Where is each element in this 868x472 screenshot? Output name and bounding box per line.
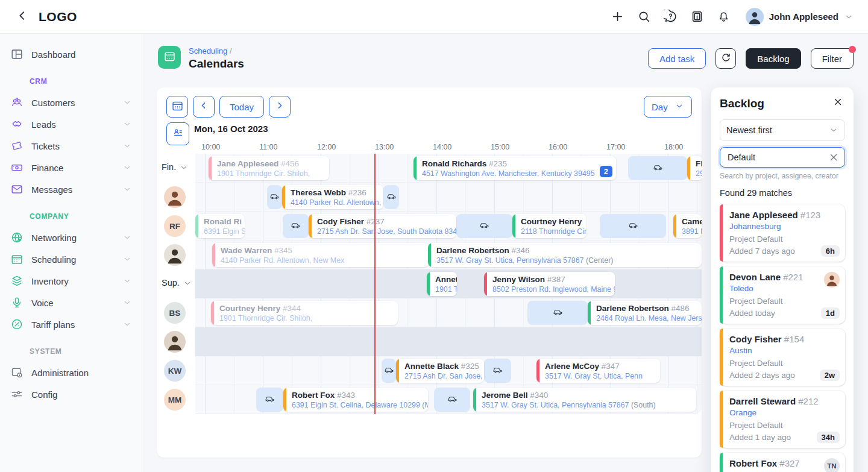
car-icon (447, 393, 458, 407)
guide-icon[interactable] (690, 10, 704, 24)
sidebar-item-customers[interactable]: Customers (0, 92, 142, 113)
calendar-event[interactable]: Flo29 (687, 156, 702, 180)
calendar-event[interactable]: Came3891 R (673, 214, 702, 238)
travel-block[interactable] (382, 359, 396, 383)
backlog-card[interactable]: Jane Appleseed #123JohannesburgProject D… (720, 204, 845, 262)
sidebar-item-networking[interactable]: Networking (0, 227, 142, 248)
chevron-left-icon (198, 100, 209, 113)
calendar-event[interactable]: Theresa Webb #2364140 Parker Rd. Allento… (282, 185, 383, 209)
travel-block[interactable] (527, 301, 588, 325)
resource-avatar-bs[interactable]: BS (164, 302, 186, 324)
backlog-card[interactable]: Cody Fisher #154AustinProject DefaultAdd… (720, 329, 845, 386)
calendar-event[interactable]: Annette Black #3252715 Ash Dr. San Jose,… (396, 359, 484, 383)
resource-avatar[interactable] (164, 244, 186, 266)
car-icon (552, 306, 564, 320)
breadcrumb-separator: / (230, 46, 232, 55)
resource-avatar[interactable] (164, 186, 186, 208)
resource-avatar-mm[interactable]: MM (164, 389, 186, 411)
calendar-event[interactable]: Ronald Ri6391 Elgin S (195, 214, 245, 238)
backlog-sort-select[interactable]: Newest first (720, 119, 845, 141)
calendar-event[interactable]: Jenny Wilson #3878502 Preston Rd. Inglew… (484, 272, 615, 296)
chevron-down-icon (179, 163, 187, 171)
calendar-event[interactable]: Ronald Richards #2354517 Washington Ave.… (414, 156, 616, 180)
chevron-down-icon (829, 125, 838, 135)
card-city-link[interactable]: Orange (729, 407, 839, 418)
travel-block[interactable] (628, 156, 687, 180)
resource-column: Fin.RFSup.BSKWMM (157, 154, 195, 414)
plus-icon[interactable] (611, 10, 624, 24)
resource-avatar[interactable] (164, 331, 186, 353)
resource-queue-button[interactable] (166, 122, 189, 145)
sidebar-item-dashboard[interactable]: Dashboard (0, 43, 142, 65)
calendar-event[interactable]: Wade Warren #3454140 Parker Rd. Allentow… (212, 243, 429, 267)
refresh-button[interactable] (715, 48, 736, 69)
backlog-close-button[interactable] (831, 96, 845, 110)
calendar-event[interactable]: Jerome Bell #3403517 W. Gray St. Utica, … (473, 388, 696, 412)
sidebar-item-tariff-plans[interactable]: Tariff plans (0, 313, 142, 335)
travel-block[interactable] (256, 388, 283, 412)
backlog-toggle-button[interactable]: Backlog (746, 48, 800, 69)
resource-avatar-rf[interactable]: RF (164, 215, 186, 237)
back-button[interactable] (14, 9, 30, 25)
bell-icon[interactable] (717, 10, 731, 24)
sidebar-item-messages[interactable]: Messages (0, 178, 142, 200)
event-address: 4140 Parker Rd. Allentown, N (291, 198, 379, 207)
sidebar-item-leads[interactable]: Leads (0, 113, 142, 135)
filter-button[interactable]: Filter (811, 48, 854, 69)
sidebar-item-tickets[interactable]: Tickets (0, 135, 142, 157)
travel-block[interactable] (484, 359, 511, 383)
search-icon[interactable] (637, 10, 651, 24)
travel-block[interactable] (600, 214, 666, 238)
event-status-bar (414, 156, 417, 180)
calendar-event[interactable]: Darlene Robertson #4862464 Royal Ln. Mes… (588, 301, 702, 325)
calendar-event[interactable]: Courtney Henry2118 Thornridge Cir. (512, 214, 587, 238)
calendar-event[interactable]: Jane Appleseed #4561901 Thornridge Cir. … (209, 156, 329, 180)
sidebar-item-inventory[interactable]: Inventory (0, 270, 142, 292)
prev-day-button[interactable] (193, 96, 215, 118)
card-city-link[interactable]: Toledo (729, 283, 839, 294)
chevron-down-icon (122, 184, 132, 194)
backlog-card[interactable]: Darrell Steward #212OrangeProject Defaul… (720, 391, 845, 448)
backlog-card[interactable]: Robert Fox #327Pembroke PinesProject Def… (720, 453, 845, 472)
today-button[interactable]: Today (219, 96, 264, 118)
calendar-event[interactable]: Darlene Robertson #3463517 W. Gray St. U… (428, 243, 702, 267)
travel-block[interactable] (456, 214, 512, 238)
card-city-link[interactable]: Johannesburg (729, 221, 839, 231)
add-task-button[interactable]: Add task (648, 48, 706, 69)
event-title: Ronald Ri (204, 216, 240, 227)
sidebar-item-scheduling[interactable]: Scheduling (0, 248, 142, 270)
travel-block[interactable] (267, 185, 282, 209)
calendar-event[interactable]: Arlene McCoy #3473517 W. Gray St. Utica,… (536, 359, 660, 383)
chevron-down-icon (122, 119, 132, 129)
calendar-event[interactable]: Cody Fisher #2372715 Ash Dr. San Jose, S… (309, 214, 456, 238)
view-select[interactable]: Day (644, 96, 692, 118)
card-city-link[interactable]: Pembroke Pines (729, 470, 839, 472)
next-day-button[interactable] (269, 96, 291, 118)
user-avatar (746, 8, 764, 26)
calendar-event[interactable]: Courtney Henry #3441901 Thornridge Cir. … (211, 301, 398, 325)
resource-avatar-kw[interactable]: KW (164, 360, 186, 382)
backlog-card[interactable]: Devon Lane #221ToledoProject DefaultAdde… (720, 266, 845, 324)
user-menu[interactable]: John Appleseed (746, 8, 854, 26)
breadcrumb-scheduling-link[interactable]: Scheduling (189, 46, 227, 55)
calendar-event[interactable]: Robert Fox #3436391 Elgin St. Celina, De… (283, 388, 428, 412)
sidebar-item-finance[interactable]: Finance (0, 157, 142, 178)
sidebar-item-label: Messages (31, 184, 72, 195)
travel-block[interactable] (434, 388, 470, 412)
travel-block[interactable] (283, 214, 309, 238)
sidebar-item-config[interactable]: Config (0, 383, 142, 405)
calendar-event[interactable]: Annet1901 Th (427, 272, 457, 296)
resource-group-sup[interactable]: Sup. (162, 278, 191, 288)
calendar-picker-button[interactable] (166, 96, 188, 118)
travel-block[interactable] (383, 185, 399, 209)
backlog-search-input[interactable] (726, 152, 828, 163)
card-city-link[interactable]: Austin (729, 345, 839, 356)
help-icon[interactable] (664, 10, 678, 24)
car-icon (386, 190, 397, 204)
clear-search-icon[interactable] (828, 151, 840, 163)
event-address: 1901 Thornridge Cir. Shiloh, (217, 169, 324, 178)
event-status-bar (283, 388, 286, 412)
resource-group-fin[interactable]: Fin. (162, 162, 187, 172)
sidebar-item-administration[interactable]: Administration (0, 362, 142, 383)
sidebar-item-voice[interactable]: Voice (0, 292, 142, 313)
